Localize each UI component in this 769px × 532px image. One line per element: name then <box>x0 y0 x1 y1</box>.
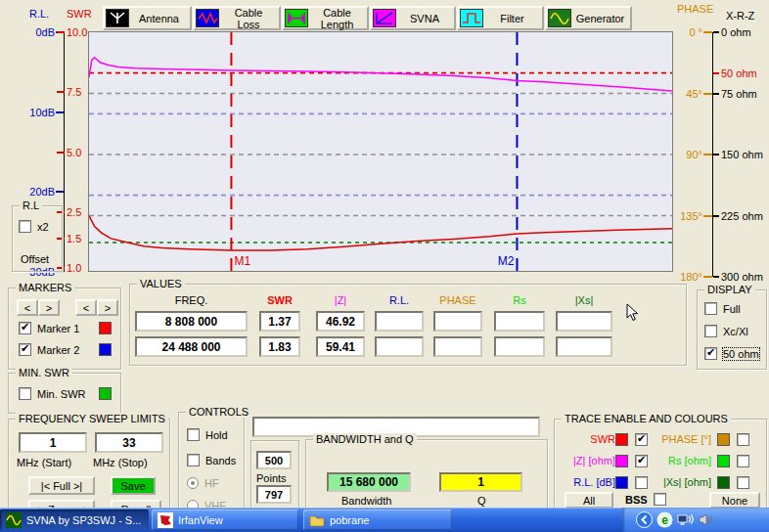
trace-color-swatch[interactable] <box>717 455 730 467</box>
save-button[interactable]: Save <box>111 476 156 495</box>
left-axis-swr-tick-label: 10.0 <box>67 26 87 38</box>
generator-button[interactable]: Generator <box>545 6 632 30</box>
trace-color-swatch[interactable] <box>615 455 628 467</box>
right-axis-deg-tick-label: 135° <box>680 210 702 222</box>
svna-button[interactable]: SVNA <box>370 6 456 30</box>
marker1-prev-button[interactable]: < <box>17 299 38 316</box>
axis-tick <box>703 93 712 95</box>
filter-icon <box>460 9 483 27</box>
mouse-cursor <box>626 303 639 322</box>
eset-icon[interactable]: e <box>656 511 673 528</box>
bss-checkbox[interactable] <box>654 493 666 506</box>
trace-color-swatch[interactable] <box>717 476 730 489</box>
rl-offset-group: R.L x2 Offset <box>12 205 63 272</box>
trace-all-button[interactable]: All <box>565 492 613 509</box>
phase-axis-title: PHASE <box>677 3 713 15</box>
generator-icon <box>548 9 571 27</box>
values-cell-r2c4 <box>375 336 424 357</box>
sweep-start-input[interactable]: 1 <box>19 432 87 453</box>
points-top-field[interactable]: 500 <box>256 451 292 469</box>
trace-enable-checkbox[interactable] <box>737 433 749 446</box>
marker2-next-button[interactable]: > <box>97 299 118 316</box>
min-swr-checkbox[interactable] <box>19 387 31 400</box>
full-span-button[interactable]: |< Full >| <box>28 476 95 495</box>
values-cell-r2c6 <box>494 336 545 357</box>
min-swr-color-swatch[interactable] <box>99 387 112 400</box>
axis-tick <box>713 93 719 95</box>
marker1-next-button[interactable]: > <box>38 299 60 316</box>
trace-color-swatch[interactable] <box>717 433 730 446</box>
xrz-axis-title: X-R-Z <box>726 10 754 22</box>
trace-enable-checkbox[interactable] <box>635 455 648 467</box>
display-50ohm-checkbox[interactable] <box>704 347 717 360</box>
marker2-color-swatch[interactable] <box>99 343 112 356</box>
antenna-button[interactable]: Antenna <box>103 6 192 30</box>
toolbar-button-label: SVNA <box>396 13 453 24</box>
axis-tick <box>703 276 712 278</box>
sweep-chart[interactable]: M1M2 <box>88 31 673 272</box>
values-cell-r1c6 <box>494 311 545 332</box>
points-bottom-field[interactable]: 797 <box>256 485 292 504</box>
trace-color-swatch[interactable] <box>615 476 628 489</box>
cable-loss-button[interactable]: Cable Loss <box>193 6 281 30</box>
cable-loss-icon <box>196 9 219 27</box>
values-group-title: VALUES <box>137 278 185 289</box>
display-xcxl-checkbox[interactable] <box>704 325 717 337</box>
marker1-label: Marker 1 <box>37 323 79 334</box>
right-axis-deg-tick-label: 90° <box>686 149 702 160</box>
cable-length-button[interactable]: Cable Length <box>282 6 369 30</box>
axis-tick <box>713 215 719 217</box>
bss-label: BSS <box>625 494 648 506</box>
sweep-stop-input[interactable]: 33 <box>95 432 163 453</box>
trace-color-swatch[interactable] <box>615 433 628 446</box>
trace-label-r-2: |Xs| [ohm] <box>663 476 711 488</box>
trace-label-r-1: Rs [ohm] <box>668 455 711 466</box>
axis-tick <box>713 72 719 74</box>
axis-tick <box>713 154 719 155</box>
marker1-color-swatch[interactable] <box>99 322 112 334</box>
hf-radio[interactable] <box>187 477 199 489</box>
trace-label-l-0: SWR <box>590 433 615 445</box>
marker2-checkbox[interactable] <box>19 343 31 356</box>
trace-none-button[interactable]: None <box>709 492 760 509</box>
taskbar-item-svnabysp3swj[interactable]: SVNA by SP3SWJ - S... <box>0 510 149 530</box>
trace-enable-checkbox[interactable] <box>737 455 749 467</box>
volume-icon[interactable] <box>698 511 714 528</box>
axis-tick <box>703 31 712 33</box>
taskbar-item-irfanview[interactable]: IrfanView <box>152 510 298 530</box>
min-swr-label: Min. SWR <box>37 388 86 400</box>
trace-label-l-1: |Z| [ohm] <box>573 455 615 466</box>
hold-label: Hold <box>205 429 228 441</box>
bands-checkbox[interactable] <box>187 454 200 466</box>
right-axis-deg-tick-label: 0 ° <box>689 26 702 38</box>
filter-button[interactable]: Filter <box>457 6 544 30</box>
taskbar-item-label: SVNA by SP3SWJ - S... <box>26 514 141 526</box>
trace-enable-checkbox[interactable] <box>737 476 749 489</box>
trace-enable-checkbox[interactable] <box>635 476 648 489</box>
trace-enable-checkbox[interactable] <box>635 433 648 446</box>
svg-text:e: e <box>661 513 668 527</box>
hold-checkbox[interactable] <box>187 428 200 441</box>
trace-swr <box>89 216 672 251</box>
taskbar: SVNA by SP3SWJ - S...IrfanViewpobrane e <box>0 508 769 532</box>
display-full-checkbox[interactable] <box>704 302 717 315</box>
values-cell-r1c5 <box>433 311 482 332</box>
x2-checkbox[interactable] <box>19 220 31 233</box>
hf-label: HF <box>204 477 219 489</box>
q-value-field: 1 <box>439 472 522 492</box>
controls-group-title: CONTROLS <box>186 406 251 418</box>
svna-icon <box>373 9 396 27</box>
marker1-checkbox[interactable] <box>19 322 31 334</box>
irfanview-icon <box>158 512 173 528</box>
system-tray: e <box>622 508 769 532</box>
values-cell-r2c3: 59.41 <box>316 336 365 357</box>
folder-icon <box>309 512 325 528</box>
trace-group-title: TRACE ENABLE AND COLOURS <box>562 413 731 424</box>
left-axis-swr-tick-label: 1.0 <box>67 262 81 274</box>
values-col-header-z: |Z| <box>316 294 365 306</box>
taskbar-item-pobrane[interactable]: pobrane <box>303 510 452 530</box>
marker2-prev-button[interactable]: < <box>75 299 97 316</box>
min-swr-group: MIN. SWR Min. SWR <box>8 373 121 414</box>
network-icon[interactable] <box>677 511 694 528</box>
collapse-arrow-icon[interactable] <box>636 511 653 528</box>
